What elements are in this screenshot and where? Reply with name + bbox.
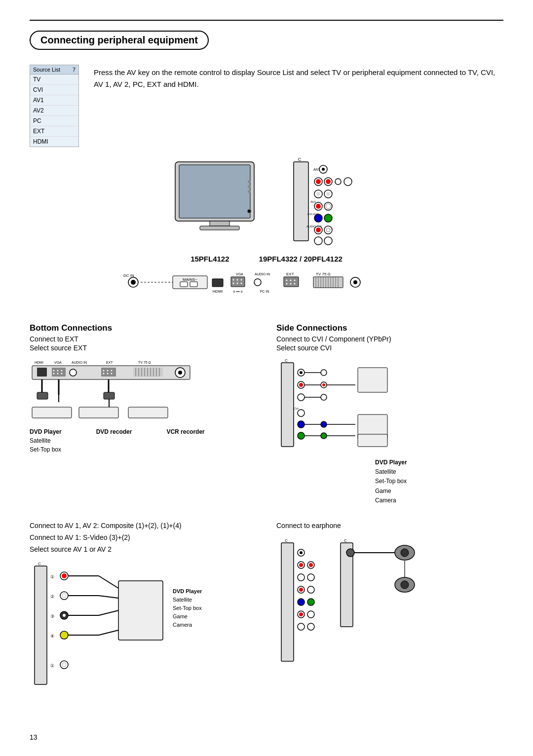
side-connections: Side Connections Connect to CVI / Compon… [276,323,503,505]
svg-point-94 [57,370,59,372]
svg-point-12 [322,168,325,171]
svg-point-65 [290,280,292,281]
svg-text:HDMI: HDMI [35,361,43,364]
source-list-item: AV1 [30,95,78,106]
svg-point-145 [321,394,327,400]
side-conn-line1: Connect to CVI / Component (YPbPr) [276,335,503,343]
side-conn-line2: Select source CVI [276,344,503,352]
svg-text:AUDIO IN: AUDIO IN [255,272,270,276]
svg-text:o ▪▪▪ o: o ▪▪▪ o [233,290,242,293]
intro-text: Press the AV key on the remote control t… [94,65,503,90]
svg-rect-120 [37,392,48,399]
svg-point-156 [321,433,327,439]
svg-point-67 [286,283,288,285]
svg-point-199 [307,574,314,581]
svg-point-101 [103,370,105,372]
source-list-panel: Source List 7 TV CVI AV1 AV2 PC EXT HDMI [30,65,79,147]
svg-point-42 [131,280,136,285]
svg-text:①: ① [50,574,54,579]
svg-line-181 [99,630,118,635]
svg-point-68 [290,283,292,285]
svg-line-169 [99,576,118,588]
source-list-header: Source List 7 [30,65,78,75]
svg-rect-91 [37,368,47,377]
svg-point-212 [346,549,354,557]
svg-text:Game: Game [173,613,188,619]
tv-diagram-row: C ANT AV1 CVI AV2 [30,157,503,246]
svg-rect-8 [294,162,308,241]
svg-point-4 [248,180,251,183]
svg-point-198 [298,574,305,581]
svg-point-39 [324,237,332,245]
av-connections: Connect to AV 1, AV 2: Composite (1)+(2)… [30,520,257,701]
svg-point-148 [299,411,303,415]
svg-point-208 [298,623,305,630]
svg-rect-2 [210,221,229,226]
svg-point-96 [53,373,55,375]
svg-point-103 [111,370,113,372]
svg-point-55 [233,283,234,284]
svg-point-209 [307,623,314,630]
svg-text:VGA: VGA [236,272,243,276]
bottom-conn-line1: Connect to EXT [30,335,257,343]
svg-text:C: C [298,157,302,162]
svg-point-6 [248,190,251,193]
source-list-item: HDMI [30,137,78,147]
svg-rect-3 [200,226,239,230]
svg-rect-46 [180,282,188,287]
svg-point-143 [298,394,305,401]
svg-rect-47 [190,282,197,287]
svg-point-207 [307,611,314,618]
svg-rect-128 [79,407,118,418]
bottom-conn-diagram: HDMI VGA AUDIO IN EXT TV 75 Ω PC IN [30,358,257,454]
svg-point-38 [314,237,322,245]
svg-point-175 [63,614,66,617]
svg-point-93 [53,370,55,372]
svg-point-56 [237,283,238,284]
svg-point-218 [401,581,409,589]
device-dvd: DVD Player Satellite Set-Top box [30,427,62,454]
svg-text:EXT: EXT [106,361,113,364]
svg-point-197 [309,563,313,567]
svg-text:VGA: VGA [54,361,62,364]
device-vcr: VCR recorder [166,427,204,454]
svg-point-37 [326,228,330,232]
source-list-item: CVI [30,85,78,95]
page: Connecting peripheral equipment Source L… [0,0,533,756]
svg-text:DVD Player: DVD Player [173,588,202,594]
svg-point-105 [107,373,109,375]
svg-point-201 [299,588,303,592]
svg-point-17 [335,179,341,185]
svg-rect-184 [118,581,163,640]
svg-point-193 [300,551,303,554]
av-conn-line3: Select source AV 1 or AV 2 [30,544,257,556]
svg-point-53 [237,279,238,281]
source-list-item: TV [30,75,78,85]
svg-text:①: ① [50,663,54,668]
svg-point-215 [401,549,409,557]
svg-rect-107 [133,368,163,377]
bottom-connections: Bottom Connections Connect to EXT Select… [30,323,257,505]
svg-point-69 [294,283,296,285]
svg-rect-127 [32,407,72,418]
svg-point-99 [70,369,76,376]
svg-text:④: ④ [50,634,54,639]
svg-point-7 [247,209,251,213]
model-left: 15PFL4122 [190,255,229,263]
connections-row: Bottom Connections Connect to EXT Select… [30,323,503,505]
svg-point-30 [316,216,320,220]
svg-point-27 [326,204,331,209]
svg-text:C: C [344,538,347,543]
svg-point-133 [300,371,303,374]
svg-point-35 [316,227,321,232]
svg-text:EXT: EXT [286,272,294,276]
svg-rect-159 [35,566,47,684]
device-dvd-side: DVD Player Satellite Set-Top box Game Ca… [375,458,503,505]
svg-point-64 [286,280,288,281]
av-conn-line1: Connect to AV 1, AV 2: Composite (1)+(2)… [30,520,257,532]
svg-point-22 [326,192,330,196]
svg-point-83 [353,280,357,284]
svg-text:PC IN: PC IN [260,290,269,293]
svg-text:AV1: AV1 [310,200,316,203]
av-conn-text: Connect to AV 1, AV 2: Composite (1)+(2)… [30,520,257,555]
